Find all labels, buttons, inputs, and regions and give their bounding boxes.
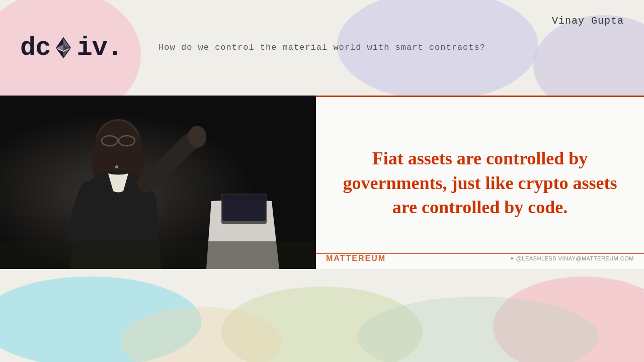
svg-rect-20: [222, 195, 266, 221]
svg-point-21: [115, 165, 118, 168]
video-frame: [0, 96, 316, 269]
slide-panel: Fiat assets are controlled by government…: [316, 96, 644, 269]
logo-iv: iv.: [76, 33, 122, 63]
svg-rect-25: [0, 241, 316, 269]
slide-brand: MATTEREUM: [326, 254, 386, 263]
slide-contact: ✦ @LEASHLESS VINAY@MATTEREUM.COM: [510, 255, 634, 262]
header: dc iv. How do we control the material wo…: [0, 0, 644, 96]
svg-point-18: [188, 126, 206, 148]
logo: dc iv.: [20, 33, 122, 63]
video-panel[interactable]: [0, 96, 316, 269]
logo-dc: dc: [20, 33, 50, 63]
bottom-section: [0, 269, 644, 362]
slide-main-text: Fiat assets are controlled by government…: [341, 146, 619, 220]
presenter-silhouette: [0, 96, 316, 269]
header-subtitle: How do we control the material world wit…: [158, 43, 486, 52]
slide-footer: MATTEREUM ✦ @LEASHLESS VINAY@MATTEREUM.C…: [316, 253, 644, 263]
ethereum-icon: [52, 37, 74, 59]
speaker-name: Vinay Gupta: [552, 15, 624, 27]
main-content: Fiat assets are controlled by government…: [0, 96, 644, 269]
